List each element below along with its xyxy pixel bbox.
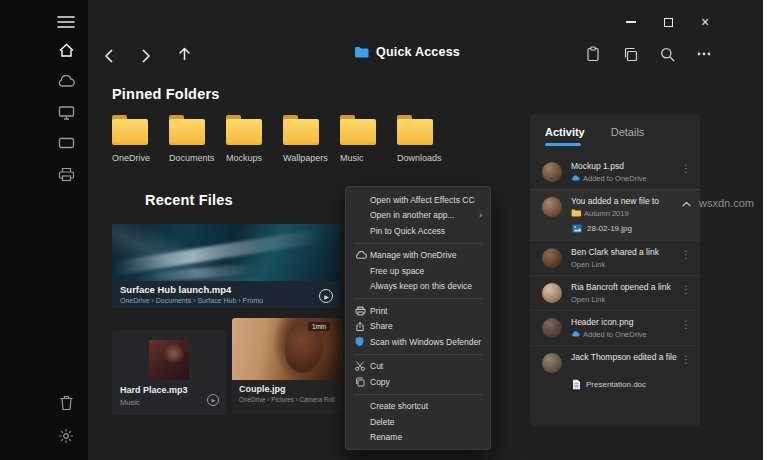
menu-item-label: Scan with Windows Defender — [370, 337, 481, 347]
minimize-button[interactable] — [619, 12, 643, 32]
recent-files-heading: Recent Files — [145, 192, 233, 208]
menu-separator — [354, 243, 482, 244]
maximize-button[interactable] — [656, 12, 680, 32]
forward-button[interactable] — [136, 46, 156, 66]
document-file-icon — [572, 379, 581, 390]
tab-label: Activity — [545, 126, 585, 138]
menu-item-scan-with-defender[interactable]: Scan with Windows Defender — [346, 334, 490, 350]
search-button[interactable] — [659, 46, 675, 62]
up-button[interactable] — [174, 44, 194, 64]
clipboard-button[interactable] — [585, 46, 601, 62]
menu-item-rename[interactable]: Rename — [346, 430, 490, 446]
tab-details[interactable]: Details — [611, 126, 645, 146]
share-icon — [355, 321, 370, 332]
activity-item[interactable]: Ben Clark shared a link Open Link ⋮ — [530, 240, 700, 275]
activity-subtitle[interactable]: Open Link — [571, 295, 605, 304]
maximize-icon — [664, 18, 673, 27]
sidebar-item-settings[interactable] — [55, 426, 77, 446]
play-button[interactable]: ▶ — [319, 289, 333, 303]
menu-item-print[interactable]: Print — [346, 303, 490, 319]
printer-icon — [355, 306, 370, 316]
activity-item[interactable]: Mockup 1.psd Added to OneDrive ⋮ — [530, 155, 700, 189]
menu-item-copy[interactable]: Copy — [346, 374, 490, 390]
menu-item-label: Open with Affect Effects CC — [370, 195, 475, 205]
avatar — [542, 248, 562, 268]
folder-downloads[interactable]: Downloads — [397, 116, 454, 163]
avatar — [542, 353, 562, 373]
folder-label: OneDrive — [112, 153, 169, 163]
more-options-icon[interactable]: ⋮ — [680, 285, 692, 295]
watermark: wsxdn.com — [699, 197, 754, 209]
sidebar-item-devices[interactable] — [55, 133, 77, 153]
active-tab-underline — [545, 143, 581, 146]
left-sidebar — [0, 0, 88, 460]
image-edge-strip — [763, 0, 768, 460]
menu-item-manage-with-onedrive[interactable]: Manage with OneDrive — [346, 248, 490, 264]
home-icon — [58, 42, 75, 58]
back-button[interactable] — [98, 46, 118, 66]
menu-item-pin-to-quick-access[interactable]: Pin to Quick Access — [346, 223, 490, 239]
folder-wallpapers[interactable]: Wallpapers — [283, 116, 340, 163]
sidebar-item-this-pc[interactable] — [55, 102, 77, 122]
quick-access-folder-icon — [354, 46, 369, 58]
activity-item[interactable]: You added a new file to Autumn 2019 28-0… — [530, 189, 700, 240]
sidebar-item-onedrive[interactable] — [55, 71, 77, 91]
menu-item-label: Create shortcut — [370, 401, 428, 411]
play-button[interactable]: ▶ — [207, 394, 219, 406]
folder-icon — [169, 119, 205, 145]
copy-icon — [355, 377, 370, 387]
sidebar-item-recycle-bin[interactable] — [55, 393, 77, 413]
file-title: Hard Place.mp3 — [120, 385, 188, 395]
more-button[interactable] — [696, 46, 712, 62]
avatar — [542, 197, 562, 217]
arrow-up-icon — [178, 47, 191, 61]
activity-item[interactable]: Header icon.png Added to OneDrive ⋮ — [530, 310, 700, 345]
tab-activity[interactable]: Activity — [545, 126, 585, 146]
menu-item-always-keep-on-device[interactable]: Always keep on this device — [346, 279, 490, 295]
copy-button[interactable] — [622, 46, 638, 62]
sidebar-item-home[interactable] — [55, 40, 77, 60]
collapse-button[interactable] — [680, 201, 692, 207]
file-card-photo[interactable]: 1min Couple.jpg OneDrive › Pictures › Ca… — [232, 318, 342, 414]
avatar — [542, 162, 562, 182]
menu-item-label: Print — [370, 306, 387, 316]
hamburger-menu-button[interactable] — [56, 13, 76, 31]
activity-item[interactable]: Jack Thompson edited a file ⋮ Presentati… — [530, 345, 700, 397]
printer-icon — [58, 167, 75, 182]
menu-item-cut[interactable]: Cut — [346, 359, 490, 375]
more-options-icon[interactable]: ⋮ — [680, 320, 692, 330]
close-button[interactable]: × — [693, 12, 717, 32]
shield-icon — [355, 336, 370, 347]
folder-onedrive[interactable]: OneDrive — [112, 116, 169, 163]
more-options-icon[interactable]: ⋮ — [680, 164, 692, 174]
trash-icon — [59, 395, 74, 411]
menu-item-share[interactable]: Share — [346, 319, 490, 335]
monitor-icon — [58, 105, 75, 120]
folder-documents[interactable]: Documents — [169, 116, 226, 163]
attachment-row[interactable]: Presentation.doc — [572, 379, 692, 390]
activity-subtitle[interactable]: Open Link — [571, 260, 605, 269]
folder-icon — [112, 119, 148, 145]
activity-title: Ben Clark shared a link — [571, 247, 680, 257]
more-options-icon[interactable]: ⋮ — [680, 250, 692, 260]
file-card-audio[interactable]: Hard Place.mp3 Music ▶ — [112, 330, 226, 415]
file-card-video[interactable]: Surface Hub launch.mp4 OneDrive › Docume… — [112, 224, 340, 308]
menu-item-create-shortcut[interactable]: Create shortcut — [346, 399, 490, 415]
menu-item-open-with-app[interactable]: Open with Affect Effects CC — [346, 192, 490, 208]
sidebar-item-printer[interactable] — [55, 164, 77, 184]
menu-item-free-up-space[interactable]: Free up space — [346, 263, 490, 279]
activity-title: Mockup 1.psd — [571, 161, 680, 171]
activity-item[interactable]: Ria Bancroft opened a link Open Link ⋮ — [530, 275, 700, 310]
folder-label: Music — [340, 153, 397, 163]
folder-music[interactable]: Music — [340, 116, 397, 163]
attachment-row[interactable]: 28-02-19.jpg — [572, 224, 692, 233]
folder-mockups[interactable]: Mockups — [226, 116, 283, 163]
folder-mini-icon — [571, 209, 581, 217]
cloud-icon — [355, 251, 370, 259]
more-options-icon[interactable]: ⋮ — [680, 355, 692, 365]
menu-item-open-in-another-app[interactable]: Open in another app... › — [346, 208, 490, 224]
menu-item-delete[interactable]: Delete — [346, 414, 490, 430]
activity-subtitle: Autumn 2019 — [584, 209, 629, 218]
menu-item-label: Copy — [370, 377, 390, 387]
menu-item-label: Share — [370, 321, 393, 331]
